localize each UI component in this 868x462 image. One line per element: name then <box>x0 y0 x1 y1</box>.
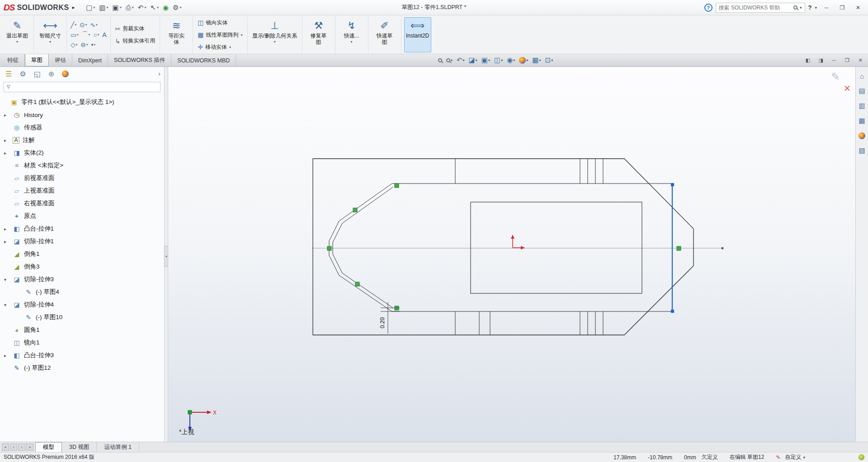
convert-entities-button[interactable]: ↳转换实体引用 <box>113 36 157 46</box>
options-button[interactable]: ⚙▾ <box>171 3 183 13</box>
offset-entities-button[interactable]: ≋ 等距实体 <box>163 17 190 52</box>
zoom-to-fit-button[interactable] <box>437 57 443 63</box>
tab-solidworks-mbd[interactable]: SOLIDWORKS MBD <box>171 54 236 66</box>
chevron-down-icon[interactable]: ▾ <box>180 5 182 9</box>
doc-minimize-button[interactable]: ─ <box>829 56 840 65</box>
view-orientation-button[interactable]: ▣▾ <box>480 55 491 65</box>
tab-3d-views[interactable]: 3D 视图 <box>62 442 97 452</box>
close-button[interactable]: ✕ <box>852 3 864 13</box>
tree-item-cut-extrude4[interactable]: ▾◪切除-拉伸4 <box>0 298 164 311</box>
exit-sketch-button[interactable]: ✎ 退出草图 ▾ <box>4 17 31 52</box>
help-circle-icon[interactable]: ? <box>704 4 712 12</box>
help-chevron-icon[interactable]: ▾ <box>815 5 817 10</box>
confirmation-corner-sketch-icon[interactable]: ✎ <box>831 71 840 83</box>
constraint-icons[interactable] <box>327 184 681 310</box>
tree-item-origin[interactable]: ⌖原点 <box>0 210 164 222</box>
tree-item-chamfer3[interactable]: ◢倒角3 <box>0 260 164 273</box>
view-settings-button[interactable]: ⊡▾ <box>544 55 555 65</box>
sketch-bow-inner-line[interactable] <box>333 187 393 308</box>
scroll-first-button[interactable]: « <box>2 443 9 451</box>
tree-item-history[interactable]: ▸◷History <box>0 108 164 121</box>
rectangle-tool-button[interactable]: ▭▾ <box>70 30 80 39</box>
design-library-button[interactable]: ▤ <box>857 86 867 95</box>
minimize-button[interactable]: ─ <box>820 3 833 13</box>
display-style-button[interactable]: ◫▾ <box>493 55 504 65</box>
text-tool-button[interactable]: A <box>101 30 107 39</box>
help-menu[interactable]: ? <box>808 4 812 11</box>
chevron-down-icon[interactable]: ▾ <box>107 5 108 9</box>
spline-tool-button[interactable]: ∿▾ <box>89 21 98 29</box>
tab-features[interactable]: 特征 <box>1 54 25 66</box>
sketch-slot-lines-bottom[interactable] <box>455 311 603 335</box>
open-document-button[interactable]: ▥▾ <box>98 3 109 13</box>
arc-tool-button[interactable]: ⌒▾ <box>81 30 91 39</box>
zoom-to-area-button[interactable]: ▾ <box>445 57 454 63</box>
point-tool-button[interactable]: •▾ <box>90 41 96 49</box>
tree-item-sketch12[interactable]: ✎(-) 草图12 <box>0 362 164 374</box>
rebuild-button[interactable]: ◉ <box>161 3 170 13</box>
scroll-next-button[interactable]: › <box>18 443 25 451</box>
tree-item-chamfer1[interactable]: ◢倒角1 <box>0 248 164 260</box>
performance-indicator-icon[interactable] <box>859 454 864 460</box>
scroll-last-button[interactable]: » <box>26 443 33 451</box>
chevron-down-icon[interactable]: ▾ <box>351 40 353 44</box>
tree-filter-box[interactable]: ∇ <box>4 82 160 92</box>
feature-manager-tab[interactable]: ☰ <box>5 70 12 78</box>
tree-item-cut-extrude3[interactable]: ▾◪切除-拉伸3 <box>0 273 164 286</box>
pane-right-icon[interactable]: ◨ <box>816 56 826 65</box>
search-options-chevron-icon[interactable]: ▾ <box>800 5 802 10</box>
smart-dimension-button[interactable]: ⟷ 智能尺寸 ▾ <box>37 17 64 52</box>
custom-units-selector[interactable]: 自定义 ▾ <box>785 453 805 461</box>
slot-tool-button[interactable]: ⊖▾ <box>80 41 89 49</box>
tree-item-annotations[interactable]: ▸A注解 <box>0 134 164 146</box>
circle-tool-button[interactable]: ⊙▾ <box>79 21 88 29</box>
chevron-down-icon[interactable]: ▾ <box>49 40 51 44</box>
chevron-down-icon[interactable]: ▾ <box>93 5 95 9</box>
centerline-endpoint[interactable] <box>722 247 724 250</box>
property-manager-tab[interactable]: ⚙ <box>19 70 26 78</box>
repair-sketch-button[interactable]: ⚒ 修复草图 <box>305 17 332 52</box>
search-box[interactable]: ▾ <box>716 3 805 13</box>
tree-item-fillet1[interactable]: ◕圆角1 <box>0 324 164 336</box>
appearances-button[interactable] <box>857 131 867 140</box>
confirmation-corner-cancel-icon[interactable]: ✕ <box>844 83 851 94</box>
ellipse-tool-button[interactable]: ○▾ <box>92 30 100 39</box>
restore-button[interactable]: ❐ <box>836 3 849 13</box>
chevron-down-icon[interactable]: ▾ <box>16 40 18 44</box>
solidworks-resources-button[interactable]: ⌂ <box>857 71 867 80</box>
custom-properties-button[interactable]: ▧ <box>857 146 867 155</box>
tree-item-right-plane[interactable]: ▱右视基准面 <box>0 197 164 210</box>
move-entities-button[interactable]: ✛移动实体▾ <box>196 42 244 52</box>
dimxpert-manager-tab[interactable]: ⊕ <box>48 70 54 78</box>
doc-close-button[interactable]: ✕ <box>855 56 866 65</box>
file-explorer-button[interactable]: ▥ <box>857 101 867 110</box>
chevron-down-icon[interactable]: ▾ <box>144 5 146 9</box>
tree-filter-input[interactable] <box>13 84 157 90</box>
tree-item-top-plane[interactable]: ▱上视基准面 <box>0 184 164 197</box>
tree-item-boss-extrude1[interactable]: ▸◧凸台-拉伸1 <box>0 222 164 235</box>
chevron-down-icon[interactable]: ▾ <box>120 5 122 9</box>
polygon-tool-button[interactable]: ◇▾ <box>70 41 78 49</box>
sketch-slot-lines-top[interactable] <box>455 159 603 184</box>
doc-restore-button[interactable]: ❐ <box>842 56 853 65</box>
trim-entities-button[interactable]: ✂剪裁实体 <box>113 24 157 33</box>
selected-line-handle-bottom[interactable] <box>671 310 674 313</box>
save-button[interactable]: ▣▾ <box>111 3 123 13</box>
tree-item-mirror1[interactable]: ◫镜向1 <box>0 336 164 349</box>
section-view-button[interactable]: ◪▾ <box>467 55 479 65</box>
sketch-origin-marker[interactable] <box>511 235 525 250</box>
solidworks-logo[interactable]: DS SOLIDWORKS ▸ <box>4 3 75 13</box>
edit-appearance-button[interactable]: ▾ <box>518 56 529 65</box>
search-input[interactable] <box>719 5 791 11</box>
tree-item-material[interactable]: ≡材质 <未指定> <box>0 159 164 172</box>
sketch-canvas[interactable]: 0.20 X <box>168 67 855 442</box>
chevron-down-icon[interactable]: ▾ <box>157 5 159 9</box>
panel-splitter[interactable]: ◂ <box>165 67 168 442</box>
configuration-manager-tab[interactable]: ◱ <box>34 70 41 78</box>
tree-item-part-root[interactable]: ▣零件1 (默认<<默认>_显示状态 1>) <box>0 96 164 108</box>
sketch-inner-rectangle[interactable] <box>471 202 642 293</box>
tab-solidworks-addins[interactable]: SOLIDWORKS 插件 <box>108 54 171 66</box>
tab-motion-study[interactable]: 运动算例 1 <box>97 442 139 452</box>
instant2d-button[interactable]: ⟺ Instant2D <box>404 17 431 52</box>
apply-scene-button[interactable]: ▦▾ <box>531 55 542 65</box>
